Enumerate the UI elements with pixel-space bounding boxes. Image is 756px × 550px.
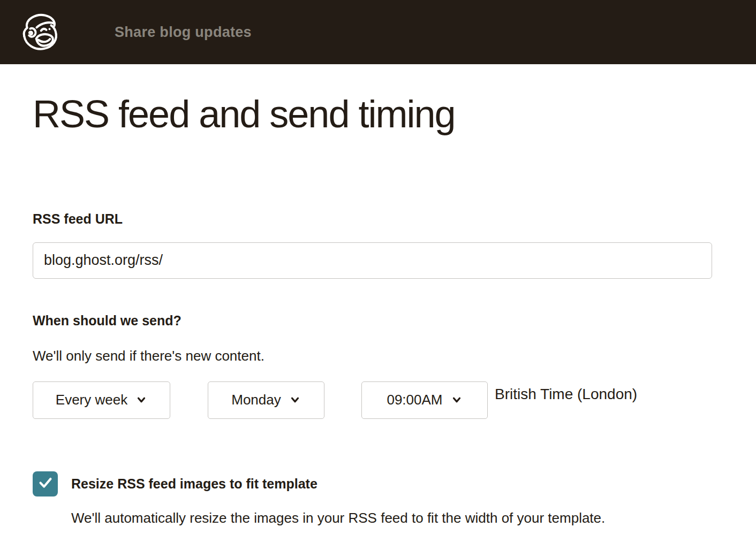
chevron-down-icon <box>451 393 463 409</box>
day-value: Monday <box>231 392 281 408</box>
day-select[interactable]: Monday <box>208 381 324 419</box>
main-content: RSS feed and send timing RSS feed URL Wh… <box>0 92 756 526</box>
send-timing-note: We'll only send if there's new content. <box>33 348 712 364</box>
resize-images-label[interactable]: Resize RSS feed images to fit template <box>71 476 317 492</box>
resize-images-section: Resize RSS feed images to fit template W… <box>33 471 712 526</box>
mailchimp-logo[interactable] <box>18 7 60 57</box>
rss-feed-url-input[interactable] <box>33 242 712 279</box>
time-value: 09:00AM <box>387 392 442 408</box>
chevron-down-icon <box>135 393 147 409</box>
page-title: RSS feed and send timing <box>33 92 712 136</box>
mailchimp-freddie-icon <box>18 6 60 58</box>
rss-feed-url-label: RSS feed URL <box>33 211 712 227</box>
send-timing-heading: When should we send? <box>33 313 712 329</box>
resize-images-row: Resize RSS feed images to fit template <box>33 471 712 496</box>
send-timing-section: When should we send? We'll only send if … <box>33 313 712 419</box>
app-header: Share blog updates <box>0 0 756 64</box>
timezone-label: British Time (London) <box>495 386 637 403</box>
chevron-down-icon <box>289 393 301 409</box>
frequency-value: Every week <box>56 392 127 408</box>
rss-feed-section: RSS feed URL <box>33 211 712 279</box>
resize-images-checkbox[interactable] <box>33 471 58 496</box>
resize-images-description: We'll automatically resize the images in… <box>71 510 712 526</box>
send-timing-controls: Every week Monday 09:00AM <box>33 381 712 419</box>
frequency-select[interactable]: Every week <box>33 381 170 419</box>
time-select[interactable]: 09:00AM <box>361 381 488 419</box>
checkmark-icon <box>37 475 54 493</box>
campaign-title: Share blog updates <box>115 24 252 41</box>
